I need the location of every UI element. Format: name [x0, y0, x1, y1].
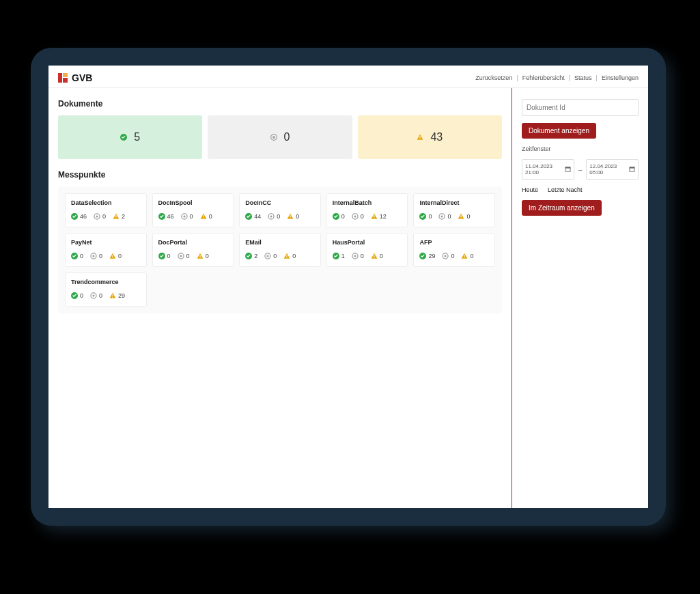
svg-rect-7 — [420, 139, 421, 139]
messpunkt-card[interactable]: DocInCC4400 — [239, 193, 321, 227]
link-errors[interactable]: Fehlerübersicht — [522, 74, 565, 81]
stat-warn: 0 — [283, 253, 296, 259]
messpunkt-card[interactable]: PayNet000 — [65, 233, 147, 267]
svg-rect-56 — [464, 255, 465, 257]
check-circle-icon — [158, 253, 165, 259]
svg-rect-37 — [113, 257, 113, 258]
svg-rect-51 — [374, 255, 374, 257]
svg-rect-32 — [461, 218, 462, 218]
section-messpunkte-title: Messpunkte — [58, 170, 502, 180]
summary-success-value: 5 — [134, 131, 140, 143]
check-circle-icon — [71, 213, 78, 220]
date-to-input[interactable]: 12.04.2023 05:00 — [586, 159, 639, 180]
svg-point-5 — [272, 136, 275, 139]
stat-ok: 46 — [158, 213, 174, 220]
messpunkt-card[interactable]: DataSelection4602 — [65, 193, 147, 227]
dot-circle-icon — [352, 253, 359, 259]
dot-circle-icon — [438, 213, 445, 220]
stat-neutral-value: 0 — [361, 253, 364, 259]
svg-point-50 — [354, 255, 356, 257]
warning-triangle-icon — [371, 253, 378, 259]
date-from-value: 11.04.2023 21:00 — [525, 163, 562, 175]
summary-neutral-card[interactable]: 0 — [208, 115, 352, 159]
svg-rect-31 — [461, 215, 462, 217]
messpunkt-card[interactable]: Trendcommerce0029 — [65, 272, 147, 307]
quick-last-night[interactable]: Letzte Nacht — [548, 186, 583, 193]
stat-neutral-value: 0 — [99, 253, 102, 259]
date-range-row: 11.04.2023 21:00 – 12.04.2023 05:00 — [522, 159, 639, 180]
messpunkt-stats: 2900 — [419, 253, 489, 259]
stat-ok: 0 — [158, 253, 171, 259]
svg-point-45 — [267, 255, 269, 257]
warning-triangle-icon — [200, 213, 207, 220]
stat-neutral: 0 — [268, 213, 280, 220]
stat-warn-value: 0 — [292, 253, 296, 259]
messpunkt-card[interactable]: InternalBatch0012 — [326, 193, 408, 227]
stat-warn-value: 0 — [296, 213, 299, 220]
svg-rect-22 — [290, 218, 291, 218]
svg-point-30 — [441, 215, 443, 217]
messpunkt-stats: 100 — [333, 253, 402, 259]
svg-rect-26 — [374, 215, 374, 217]
check-circle-icon — [419, 253, 426, 259]
svg-rect-17 — [203, 218, 204, 218]
show-range-button[interactable]: Im Zeitraum anzeigen — [522, 200, 602, 216]
stat-warn-value: 0 — [118, 253, 122, 259]
warning-triangle-icon — [417, 134, 423, 141]
dot-circle-icon — [270, 134, 277, 141]
stat-ok-value: 0 — [80, 253, 83, 259]
svg-point-25 — [354, 215, 356, 217]
dot-circle-icon — [90, 292, 97, 299]
stat-ok-value: 2 — [254, 253, 257, 259]
stat-ok: 46 — [71, 213, 87, 220]
stat-warn-value: 0 — [209, 213, 212, 220]
date-range-separator: – — [577, 166, 584, 173]
link-reset[interactable]: Zurücksetzen — [475, 74, 512, 81]
summary-warn-card[interactable]: 43 — [358, 115, 502, 159]
stat-warn: 12 — [371, 213, 387, 220]
messpunkt-card[interactable]: EMail200 — [239, 233, 321, 267]
dot-circle-icon — [264, 253, 271, 259]
calendar-icon — [565, 166, 571, 173]
messpunkt-stats: 4600 — [158, 213, 228, 220]
summary-success-card[interactable]: 5 — [58, 115, 202, 159]
date-from-input[interactable]: 11.04.2023 21:00 — [522, 159, 574, 180]
stat-ok: 29 — [419, 253, 435, 259]
stat-warn: 0 — [458, 213, 470, 220]
messpunkt-stats: 4400 — [245, 213, 315, 220]
stat-warn-value: 12 — [380, 213, 387, 220]
warning-triangle-icon — [109, 253, 116, 259]
link-settings[interactable]: Einstellungen — [602, 74, 639, 81]
stat-warn: 0 — [109, 253, 122, 259]
stat-neutral-value: 0 — [447, 213, 451, 220]
svg-rect-57 — [464, 257, 465, 258]
messpunkt-stats: 000 — [71, 253, 141, 259]
messpunkt-card[interactable]: DocInSpool4600 — [152, 193, 234, 227]
stat-neutral-value: 0 — [451, 253, 454, 259]
dot-circle-icon — [178, 253, 184, 259]
messpunkt-title: DocPortal — [158, 239, 228, 246]
link-status[interactable]: Status — [574, 74, 592, 81]
messpunkt-card[interactable]: DocPortal000 — [152, 233, 234, 267]
warning-triangle-icon — [461, 253, 468, 259]
messpunkt-title: HausPortal — [333, 239, 402, 246]
warning-triangle-icon — [283, 253, 290, 259]
timeframe-label: Zeitfenster — [522, 145, 639, 152]
messpunkt-card[interactable]: InternalDirect000 — [413, 193, 495, 227]
quick-today[interactable]: Heute — [522, 186, 538, 193]
document-id-input[interactable] — [522, 99, 639, 116]
stat-warn: 29 — [109, 292, 125, 299]
messpunkt-card[interactable]: HausPortal100 — [326, 233, 408, 267]
quick-range-row: Heute Letzte Nacht — [522, 186, 639, 193]
top-links: Zurücksetzen | Fehlerübersicht | Status … — [475, 74, 639, 81]
messpunkt-stats: 0012 — [333, 213, 402, 220]
stat-warn: 0 — [287, 213, 299, 220]
messpunkt-card[interactable]: AFP2900 — [413, 233, 495, 267]
stat-ok-value: 0 — [428, 213, 432, 220]
warning-triangle-icon — [109, 292, 116, 299]
stat-neutral-value: 0 — [99, 292, 102, 299]
stat-ok: 2 — [245, 253, 257, 259]
show-document-button[interactable]: Dokument anzeigen — [522, 123, 596, 139]
stat-neutral: 0 — [90, 292, 102, 299]
summary-neutral-value: 0 — [284, 131, 290, 143]
